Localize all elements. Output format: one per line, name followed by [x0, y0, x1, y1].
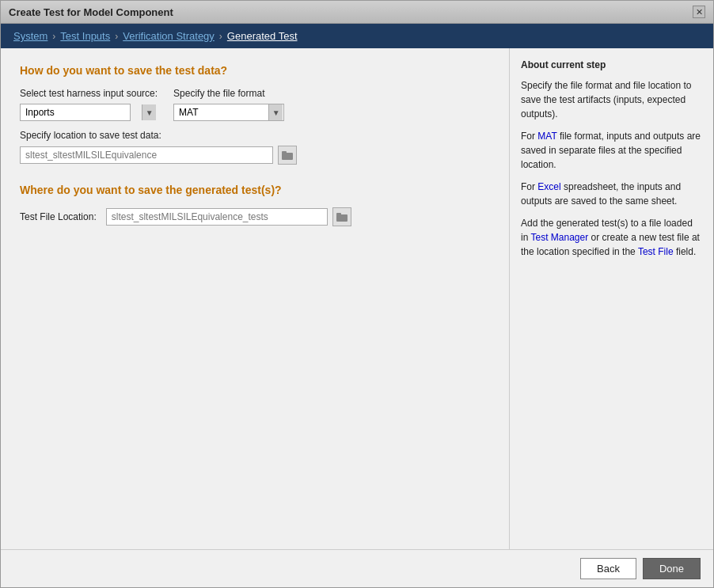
breadcrumb-sep-1: ›	[52, 31, 55, 42]
main-window: Create Test for Model Component ✕ System…	[0, 0, 714, 588]
format-group: Specify the file format MAT Excel ▼	[173, 88, 284, 121]
harness-dropdown-arrow: ▼	[142, 104, 156, 120]
format-label: Specify the file format	[173, 88, 284, 99]
svg-rect-1	[282, 151, 287, 154]
excel-highlight: Excel	[537, 181, 560, 192]
section2-divider: Where do you want to save the generated …	[20, 184, 490, 196]
format-select[interactable]: MAT Excel	[173, 104, 284, 121]
folder-icon	[282, 150, 293, 160]
right-panel: About current step Specify the file form…	[509, 48, 713, 549]
right-panel-para-2: For MAT file format, inputs and outputs …	[521, 129, 702, 172]
right-panel-para-4: Add the generated test(s) to a file load…	[521, 216, 702, 259]
window-title: Create Test for Model Component	[9, 6, 173, 18]
right-panel-para-3: For Excel spreadsheet, the inputs and ou…	[521, 180, 702, 208]
location-input[interactable]	[20, 146, 273, 164]
main-content: How do you want to save the test data? S…	[1, 48, 713, 549]
back-button[interactable]: Back	[580, 558, 636, 579]
harness-group: Select test harness input source: Inport…	[20, 88, 158, 121]
breadcrumb-test-inputs[interactable]: Test Inputs	[60, 30, 110, 42]
breadcrumb-system[interactable]: System	[13, 30, 47, 42]
location-label: Specify location to save test data:	[20, 130, 161, 141]
testmanager-highlight: Test Manager	[530, 232, 588, 243]
done-button[interactable]: Done	[643, 558, 701, 579]
svg-rect-2	[336, 214, 348, 222]
svg-rect-0	[282, 153, 293, 160]
breadcrumb-generated-test[interactable]: Generated Test	[227, 30, 298, 42]
right-panel-title: About current step	[521, 59, 702, 70]
testfile-input[interactable]	[106, 208, 328, 226]
left-panel: How do you want to save the test data? S…	[1, 48, 509, 549]
breadcrumb-sep-3: ›	[219, 31, 222, 42]
title-bar: Create Test for Model Component ✕	[1, 1, 713, 24]
location-folder-button[interactable]	[278, 146, 297, 165]
breadcrumb-sep-2: ›	[115, 31, 118, 42]
close-button[interactable]: ✕	[693, 6, 705, 18]
format-row: Select test harness input source: Inport…	[20, 88, 490, 121]
harness-select-wrapper: Inports ▼	[20, 104, 158, 121]
harness-label: Select test harness input source:	[20, 88, 158, 99]
location-row	[20, 146, 490, 165]
section2-title: Where do you want to save the generated …	[20, 184, 490, 196]
section1-title: How do you want to save the test data?	[20, 64, 490, 77]
svg-rect-3	[336, 213, 341, 215]
footer: Back Done	[1, 549, 713, 587]
format-select-wrapper: MAT Excel ▼	[173, 104, 284, 121]
testfile-highlight: Test File	[638, 246, 674, 257]
harness-select[interactable]: Inports	[20, 104, 131, 121]
testfile-row: Test File Location:	[20, 207, 490, 226]
right-panel-para-1: Specify the file format and file locatio…	[521, 78, 702, 121]
testfile-label: Test File Location:	[20, 207, 97, 226]
breadcrumb-verification-strategy[interactable]: Verification Strategy	[123, 30, 215, 42]
testfile-folder-button[interactable]	[332, 207, 351, 226]
folder-icon-2	[336, 212, 348, 222]
breadcrumb: System › Test Inputs › Verification Stra…	[1, 24, 713, 48]
mat-highlight: MAT	[537, 131, 556, 142]
